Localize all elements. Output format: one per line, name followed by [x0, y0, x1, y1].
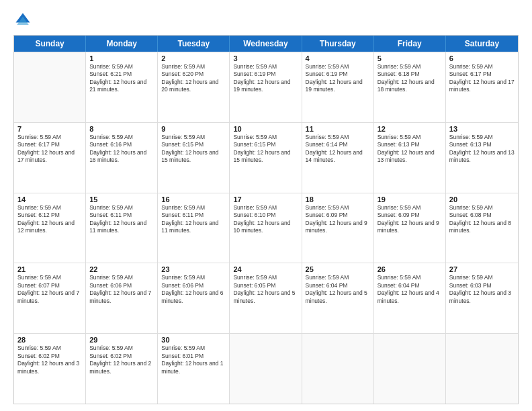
sunrise-text: Sunrise: 5:59 AM: [161, 204, 226, 212]
sunset-text: Sunset: 6:12 PM: [17, 212, 82, 219]
header-day-wednesday: Wednesday: [230, 36, 302, 52]
day-cell-13: 13 Sunrise: 5:59 AM Sunset: 6:13 PM Dayl…: [446, 123, 518, 193]
day-number: 22: [89, 265, 154, 273]
sunset-text: Sunset: 6:06 PM: [161, 282, 226, 289]
empty-cell: [230, 334, 302, 404]
sunset-text: Sunset: 6:19 PM: [233, 71, 298, 78]
daylight-text: Daylight: 12 hours and 19 minutes.: [306, 79, 370, 94]
sunrise-text: Sunrise: 5:59 AM: [89, 63, 154, 71]
daylight-text: Daylight: 12 hours and 9 minutes.: [378, 220, 442, 235]
day-cell-27: 27 Sunrise: 5:59 AM Sunset: 6:03 PM Dayl…: [446, 263, 518, 333]
day-number: 18: [306, 195, 370, 203]
calendar: SundayMondayTuesdayWednesdayThursdayFrid…: [13, 35, 519, 404]
sunrise-text: Sunrise: 5:59 AM: [449, 134, 515, 141]
sunset-text: Sunset: 6:01 PM: [161, 353, 226, 360]
daylight-text: Daylight: 12 hours and 3 minutes.: [449, 289, 515, 305]
sunset-text: Sunset: 6:03 PM: [449, 282, 515, 289]
daylight-text: Daylight: 12 hours and 16 minutes.: [89, 149, 154, 165]
day-number: 25: [306, 265, 370, 273]
daylight-text: Daylight: 12 hours and 14 minutes.: [306, 149, 370, 165]
day-cell-12: 12 Sunrise: 5:59 AM Sunset: 6:13 PM Dayl…: [374, 123, 446, 193]
day-cell-9: 9 Sunrise: 5:59 AM Sunset: 6:15 PM Dayli…: [158, 123, 230, 193]
sunrise-text: Sunrise: 5:59 AM: [17, 204, 82, 212]
calendar-row-2: 14 Sunrise: 5:59 AM Sunset: 6:12 PM Dayl…: [14, 193, 518, 263]
sunrise-text: Sunrise: 5:59 AM: [17, 274, 82, 281]
daylight-text: Daylight: 12 hours and 17 minutes.: [17, 149, 82, 165]
day-number: 30: [161, 336, 226, 344]
day-cell-25: 25 Sunrise: 5:59 AM Sunset: 6:04 PM Dayl…: [302, 263, 374, 333]
sunset-text: Sunset: 6:09 PM: [306, 212, 370, 219]
daylight-text: Daylight: 12 hours and 7 minutes.: [89, 289, 154, 305]
daylight-text: Daylight: 12 hours and 12 minutes.: [17, 220, 82, 235]
day-cell-10: 10 Sunrise: 5:59 AM Sunset: 6:15 PM Dayl…: [230, 123, 302, 193]
day-number: 4: [306, 54, 370, 62]
sunrise-text: Sunrise: 5:59 AM: [378, 63, 442, 71]
sunrise-text: Sunrise: 5:59 AM: [17, 134, 82, 141]
calendar-row-0: 1 Sunrise: 5:59 AM Sunset: 6:21 PM Dayli…: [14, 52, 518, 122]
sunset-text: Sunset: 6:09 PM: [378, 212, 442, 219]
sunrise-text: Sunrise: 5:59 AM: [89, 345, 154, 352]
header-day-monday: Monday: [86, 36, 158, 52]
day-number: 21: [17, 265, 82, 273]
calendar-row-3: 21 Sunrise: 5:59 AM Sunset: 6:07 PM Dayl…: [14, 263, 518, 333]
day-number: 28: [17, 336, 82, 344]
sunset-text: Sunset: 6:17 PM: [449, 71, 515, 78]
daylight-text: Daylight: 12 hours and 5 minutes.: [233, 289, 298, 305]
day-number: 19: [378, 195, 442, 203]
day-cell-6: 6 Sunrise: 5:59 AM Sunset: 6:17 PM Dayli…: [446, 52, 518, 122]
header-day-tuesday: Tuesday: [158, 36, 230, 52]
sunrise-text: Sunrise: 5:59 AM: [233, 204, 298, 212]
daylight-text: Daylight: 12 hours and 21 minutes.: [89, 79, 154, 94]
sunset-text: Sunset: 6:02 PM: [17, 353, 82, 360]
day-cell-7: 7 Sunrise: 5:59 AM Sunset: 6:17 PM Dayli…: [14, 123, 86, 193]
day-cell-15: 15 Sunrise: 5:59 AM Sunset: 6:11 PM Dayl…: [86, 193, 158, 263]
sunset-text: Sunset: 6:19 PM: [306, 71, 370, 78]
sunset-text: Sunset: 6:21 PM: [89, 71, 154, 78]
day-cell-26: 26 Sunrise: 5:59 AM Sunset: 6:04 PM Dayl…: [374, 263, 446, 333]
sunrise-text: Sunrise: 5:59 AM: [161, 345, 226, 352]
day-number: 16: [161, 195, 226, 203]
sunset-text: Sunset: 6:07 PM: [17, 282, 82, 289]
day-number: 29: [89, 336, 154, 344]
sunset-text: Sunset: 6:15 PM: [233, 141, 298, 148]
daylight-text: Daylight: 12 hours and 8 minutes.: [449, 220, 515, 235]
calendar-row-4: 28 Sunrise: 5:59 AM Sunset: 6:02 PM Dayl…: [14, 333, 518, 404]
daylight-text: Daylight: 12 hours and 13 minutes.: [378, 149, 442, 165]
calendar-row-1: 7 Sunrise: 5:59 AM Sunset: 6:17 PM Dayli…: [14, 122, 518, 193]
day-cell-16: 16 Sunrise: 5:59 AM Sunset: 6:11 PM Dayl…: [158, 193, 230, 263]
sunrise-text: Sunrise: 5:59 AM: [161, 134, 226, 141]
sunrise-text: Sunrise: 5:59 AM: [17, 345, 82, 352]
day-cell-21: 21 Sunrise: 5:59 AM Sunset: 6:07 PM Dayl…: [14, 263, 86, 333]
sunrise-text: Sunrise: 5:59 AM: [89, 204, 154, 212]
day-number: 15: [89, 195, 154, 203]
daylight-text: Daylight: 12 hours and 13 minutes.: [449, 149, 515, 165]
sunrise-text: Sunrise: 5:59 AM: [378, 204, 442, 212]
sunrise-text: Sunrise: 5:59 AM: [89, 274, 154, 281]
day-cell-23: 23 Sunrise: 5:59 AM Sunset: 6:06 PM Dayl…: [158, 263, 230, 333]
day-cell-17: 17 Sunrise: 5:59 AM Sunset: 6:10 PM Dayl…: [230, 193, 302, 263]
daylight-text: Daylight: 12 hours and 11 minutes.: [89, 220, 154, 235]
daylight-text: Daylight: 12 hours and 3 minutes.: [17, 360, 82, 375]
header: [13, 11, 519, 30]
daylight-text: Daylight: 12 hours and 10 minutes.: [233, 220, 298, 235]
sunrise-text: Sunrise: 5:59 AM: [449, 63, 515, 71]
day-cell-11: 11 Sunrise: 5:59 AM Sunset: 6:14 PM Dayl…: [302, 123, 374, 193]
day-number: 14: [17, 195, 82, 203]
header-day-saturday: Saturday: [446, 36, 518, 52]
day-number: 8: [89, 125, 154, 133]
day-cell-28: 28 Sunrise: 5:59 AM Sunset: 6:02 PM Dayl…: [14, 334, 86, 404]
sunset-text: Sunset: 6:06 PM: [89, 282, 154, 289]
calendar-header: SundayMondayTuesdayWednesdayThursdayFrid…: [14, 36, 518, 52]
sunrise-text: Sunrise: 5:59 AM: [306, 274, 370, 281]
day-number: 9: [161, 125, 226, 133]
sunrise-text: Sunrise: 5:59 AM: [233, 274, 298, 281]
empty-cell: [14, 52, 86, 122]
logo-icon: [13, 11, 32, 30]
day-cell-14: 14 Sunrise: 5:59 AM Sunset: 6:12 PM Dayl…: [14, 193, 86, 263]
daylight-text: Daylight: 12 hours and 20 minutes.: [161, 79, 226, 94]
sunset-text: Sunset: 6:11 PM: [89, 212, 154, 219]
day-cell-8: 8 Sunrise: 5:59 AM Sunset: 6:16 PM Dayli…: [86, 123, 158, 193]
day-number: 2: [161, 54, 226, 62]
day-number: 3: [233, 54, 298, 62]
sunrise-text: Sunrise: 5:59 AM: [306, 204, 370, 212]
